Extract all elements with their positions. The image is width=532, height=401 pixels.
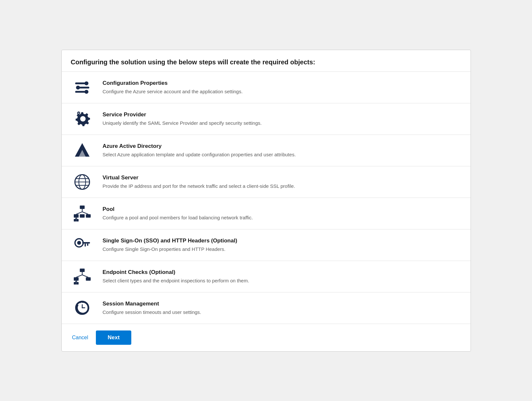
wizard-header: Configuring the solution using the below…	[62, 50, 471, 72]
svg-point-3	[76, 85, 80, 89]
wizard-title: Configuring the solution using the below…	[71, 58, 461, 66]
step-sso: Single Sign-On (SSO) and HTTP Headers (O…	[62, 229, 471, 261]
step-content-virtual-server: Virtual Server Provide the IP address an…	[103, 175, 461, 189]
svg-rect-4	[75, 91, 85, 92]
step-title-azure: Azure Active Directory	[103, 143, 461, 149]
svg-line-33	[82, 275, 88, 277]
svg-rect-23	[74, 219, 76, 221]
wizard-footer: Cancel Next	[62, 324, 471, 351]
step-desc-virtual-server: Provide the IP address and port for the …	[103, 183, 461, 189]
svg-rect-0	[75, 82, 85, 84]
svg-rect-18	[74, 214, 79, 217]
svg-line-16	[76, 212, 82, 214]
svg-point-5	[84, 90, 88, 94]
svg-rect-24	[76, 219, 78, 221]
gear-icon	[71, 110, 94, 127]
step-azure-active-directory: Azure Active Directory Select Azure appl…	[62, 135, 471, 166]
svg-rect-19	[80, 214, 84, 217]
step-title-service-provider: Service Provider	[103, 111, 461, 118]
svg-rect-14	[80, 205, 84, 209]
svg-rect-29	[84, 243, 86, 246]
session-icon	[71, 300, 94, 317]
wizard-container: Configuring the solution using the below…	[61, 50, 471, 352]
globe-icon	[71, 174, 94, 190]
step-content-configuration: Configuration Properties Configure the A…	[103, 80, 461, 95]
step-desc-sso: Configure Single Sign-On properties and …	[103, 246, 461, 252]
svg-point-1	[84, 81, 88, 85]
step-content-sso: Single Sign-On (SSO) and HTTP Headers (O…	[103, 238, 461, 252]
step-content-service-provider: Service Provider Uniquely identify the S…	[103, 111, 461, 126]
step-pool: Pool Configure a pool and pool members f…	[62, 198, 471, 229]
step-title-sso: Single Sign-On (SSO) and HTTP Headers (O…	[103, 238, 461, 244]
svg-rect-28	[87, 243, 88, 246]
svg-line-32	[76, 275, 82, 277]
step-endpoint-checks: Endpoint Checks (Optional) Select client…	[62, 261, 471, 292]
svg-rect-38	[74, 282, 76, 284]
key-icon	[71, 237, 94, 253]
svg-rect-39	[76, 282, 78, 284]
step-title-pool: Pool	[103, 206, 461, 213]
step-desc-service-provider: Uniquely identify the SAML Service Provi…	[103, 120, 461, 126]
svg-rect-27	[82, 242, 90, 243]
network-icon	[71, 205, 94, 222]
svg-rect-2	[79, 86, 89, 88]
sliders-icon	[71, 79, 94, 96]
step-title-session: Session Management	[103, 301, 461, 307]
step-desc-endpoint: Select client types and the endpoint ins…	[103, 277, 461, 284]
step-configuration-properties: Configuration Properties Configure the A…	[62, 72, 471, 103]
azure-icon	[71, 142, 94, 159]
next-button[interactable]: Next	[96, 330, 131, 345]
svg-rect-30	[80, 268, 84, 272]
step-content-pool: Pool Configure a pool and pool members f…	[103, 206, 461, 221]
step-content-azure: Azure Active Directory Select Azure appl…	[103, 143, 461, 158]
cancel-button[interactable]: Cancel	[71, 332, 90, 343]
step-title-virtual-server: Virtual Server	[103, 175, 461, 181]
step-desc-pool: Configure a pool and pool members for lo…	[103, 214, 461, 221]
svg-rect-35	[86, 277, 91, 280]
step-desc-azure: Select Azure application template and up…	[103, 151, 461, 158]
steps-list: Configuration Properties Configure the A…	[62, 72, 471, 324]
svg-point-26	[77, 241, 81, 245]
step-desc-configuration: Configure the Azure service account and …	[103, 88, 461, 95]
step-desc-session: Configure session timeouts and user sett…	[103, 309, 461, 316]
svg-rect-20	[86, 214, 91, 217]
endpoint-icon	[71, 268, 94, 285]
svg-line-17	[82, 212, 88, 214]
step-session-management: Session Management Configure session tim…	[62, 292, 471, 324]
step-service-provider: Service Provider Uniquely identify the S…	[62, 103, 471, 135]
step-virtual-server: Virtual Server Provide the IP address an…	[62, 166, 471, 198]
step-title-endpoint: Endpoint Checks (Optional)	[103, 269, 461, 276]
step-title-configuration: Configuration Properties	[103, 80, 461, 86]
step-content-endpoint: Endpoint Checks (Optional) Select client…	[103, 269, 461, 284]
step-content-session: Session Management Configure session tim…	[103, 301, 461, 316]
svg-rect-34	[74, 277, 79, 280]
